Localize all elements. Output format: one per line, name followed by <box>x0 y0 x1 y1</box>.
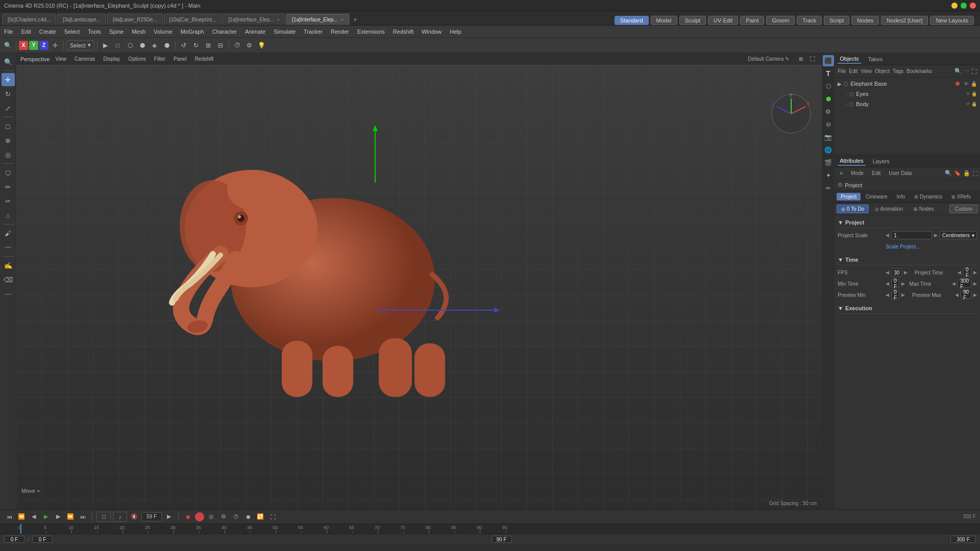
tl-go-start[interactable]: ⏮ <box>4 512 14 522</box>
layout-script[interactable]: Script <box>824 16 849 25</box>
menu-tools[interactable]: Tools <box>84 27 105 36</box>
mint-right[interactable]: ▶ <box>901 281 905 286</box>
tab-2[interactable]: [4a]Laser_R25De... <box>107 14 163 25</box>
subtab-cineware[interactable]: Cineware <box>862 193 891 201</box>
lamp-icon[interactable]: 💡 <box>256 40 267 51</box>
ri-video-icon[interactable]: 🎬 <box>823 157 834 168</box>
timeline-ruler[interactable]: 0 5 10 15 20 25 30 35 40 <box>0 524 980 534</box>
obj-tb-tags[interactable]: Tags <box>893 68 903 74</box>
vp-display-menu[interactable]: Display <box>101 55 123 63</box>
layout-groom[interactable]: Groom <box>766 16 795 25</box>
menu-mograph[interactable]: MoGraph <box>177 27 208 36</box>
pt-left[interactable]: ◀ <box>958 270 961 275</box>
vp-view-menu[interactable]: View <box>53 55 69 63</box>
lt-scale[interactable]: ⤢ <box>2 102 15 115</box>
undo-icon[interactable]: ↺ <box>178 40 189 51</box>
menu-file[interactable]: File <box>0 27 17 36</box>
tl-prev-frame[interactable]: ◀ <box>29 512 39 522</box>
menu-extensions[interactable]: Extensions <box>353 27 389 36</box>
obj-item-eyes[interactable]: · ⬡ Eyes 👁 🔒 <box>835 89 980 99</box>
grid2-icon[interactable]: ⊟ <box>215 40 226 51</box>
vp-filter-menu[interactable]: Filter <box>152 55 168 63</box>
ri-world-icon[interactable]: 🌐 <box>823 144 834 156</box>
lt-live-select[interactable]: ⊕ <box>2 134 15 147</box>
render-active-icon[interactable]: ⬢ <box>137 40 148 51</box>
attr-bookmark-icon[interactable]: 🔖 <box>954 170 961 177</box>
lt-rotate[interactable]: ↻ <box>2 87 15 101</box>
tab-0[interactable]: [0c]Chapters.c4d... <box>2 14 56 25</box>
lt-move[interactable]: ✛ <box>2 73 15 86</box>
ri-pencil-icon[interactable]: ✏ <box>823 183 834 194</box>
maxt-left[interactable]: ◀ <box>952 281 955 286</box>
subtab-xrefs[interactable]: ⊞ XRefs <box>947 193 975 201</box>
lt-search[interactable]: 🔍 <box>2 55 15 68</box>
menu-render[interactable]: Render <box>327 27 353 36</box>
clock-icon[interactable]: ⏱ <box>232 40 243 51</box>
layout-model[interactable]: Model <box>651 16 677 25</box>
mint-left[interactable]: ◀ <box>886 281 889 286</box>
obj-item-body[interactable]: · ⬡ Body 👁 🔒 <box>835 99 980 109</box>
menu-help[interactable]: Help <box>446 27 465 36</box>
lt-erase[interactable]: ⌫ <box>2 273 15 286</box>
menu-tracker[interactable]: Tracker <box>300 27 327 36</box>
grid-icon[interactable]: ⊞ <box>203 40 214 51</box>
render-settings-icon[interactable]: ⬣ <box>161 40 173 51</box>
vp-redshift-menu[interactable]: Redshift <box>192 55 216 63</box>
lt-modeling[interactable]: ⬡ <box>2 166 15 179</box>
tab-4[interactable]: [1a]Interface_Elep... × <box>223 14 285 25</box>
layout-uvedit[interactable]: UV Edit <box>708 16 738 25</box>
obj-more-icon[interactable]: ⋯ <box>964 68 969 74</box>
fps-right[interactable]: ▶ <box>904 270 908 275</box>
lt-sculpt[interactable]: ✏ <box>2 180 15 193</box>
obj-tb-file[interactable]: File <box>838 68 846 74</box>
tl-record2[interactable]: ⏺ <box>243 512 253 522</box>
obj-tb-view[interactable]: View <box>861 68 872 74</box>
fps-value[interactable]: 30 <box>891 268 902 277</box>
project-scale-left-arrow[interactable]: ◀ <box>886 233 889 238</box>
ri-light-icon[interactable]: ✦ <box>823 170 834 181</box>
btn-todo[interactable]: ◎ 0 To Do <box>837 205 869 213</box>
project-scale-value[interactable]: 1 <box>891 231 932 239</box>
attr-edit-btn[interactable]: Edit <box>869 169 884 177</box>
lt-smear[interactable]: 〰 <box>2 241 15 254</box>
obj-expand-icon[interactable]: ⛶ <box>971 68 977 74</box>
scale-project-link[interactable]: Scale Project... <box>886 244 920 249</box>
maximize-button[interactable] <box>961 3 967 9</box>
tab-add-button[interactable]: + <box>350 14 360 25</box>
vp-panel-menu[interactable]: Panel <box>171 55 189 63</box>
menu-redshift[interactable]: Redshift <box>389 27 418 36</box>
tl-loop[interactable]: 🔁 <box>255 512 265 522</box>
ri-camera-icon[interactable]: 📷 <box>823 132 834 143</box>
subtab-project[interactable]: Project <box>837 193 861 201</box>
render-material-icon[interactable]: ◈ <box>149 40 160 51</box>
project-time-value[interactable]: 0 F <box>963 268 971 277</box>
ri-objects-icon[interactable]: ⬛ <box>823 55 834 66</box>
tab-close-5[interactable]: × <box>341 17 344 22</box>
subtab-dynamics[interactable]: ⚙ Dynamics <box>910 193 946 201</box>
attr-mode-btn[interactable]: Mode <box>848 169 867 177</box>
redo-icon[interactable]: ↻ <box>190 40 202 51</box>
tl-go-end[interactable]: ⏭ <box>78 512 88 522</box>
previewmax-value[interactable]: 90 F <box>961 291 971 299</box>
close-button[interactable] <box>970 3 976 9</box>
ri-gear-icon[interactable]: ⚙ <box>823 106 834 117</box>
render-region-icon[interactable]: □ <box>112 40 124 51</box>
lt-object-select[interactable]: ◻ <box>2 119 15 133</box>
menu-character[interactable]: Character <box>208 27 241 36</box>
tl-mute[interactable]: 🔇 <box>129 512 139 522</box>
ri-subtract-icon[interactable]: ⊖ <box>823 119 834 130</box>
attr-expand-icon[interactable]: ⛶ <box>972 170 978 177</box>
render-icon[interactable]: ▶ <box>100 40 111 51</box>
lt-loop-select[interactable]: ◎ <box>2 148 15 161</box>
tl-motion[interactable]: ◎ <box>206 512 216 522</box>
end-frame-display[interactable]: 90 F <box>492 536 512 543</box>
tab-1[interactable]: [3a]Landscape... <box>57 14 106 25</box>
btn-animation[interactable]: ◎ Animation <box>870 205 908 213</box>
tl-settings[interactable]: ⚙ <box>218 512 229 522</box>
tab-3[interactable]: [10a]Car_Blueprint... <box>164 14 222 25</box>
tab-5[interactable]: [1a]Interface_Elep... × <box>286 14 349 25</box>
tl-play[interactable]: ▶ <box>41 512 51 522</box>
obj-item-elephant-base[interactable]: ▶ ⬡ Elephant Base 👁 🔒 <box>835 79 980 89</box>
lt-paint[interactable]: 🖌 <box>2 227 15 240</box>
tl-prev-key[interactable]: ⏪ <box>16 512 27 522</box>
